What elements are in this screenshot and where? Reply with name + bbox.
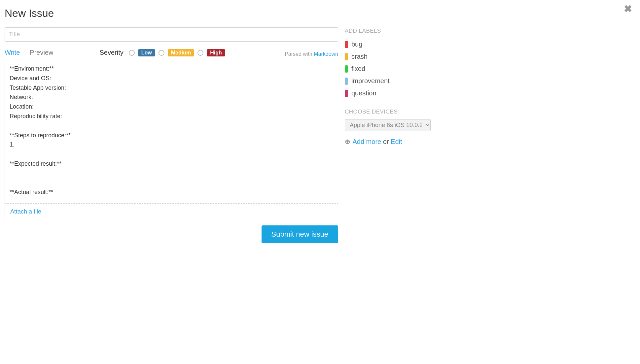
label-item-crash[interactable]: crash xyxy=(345,50,470,63)
severity-high-radio[interactable] xyxy=(197,50,203,56)
label-item-question[interactable]: question xyxy=(345,87,470,99)
severity-group: Severity Low Medium High xyxy=(99,49,225,56)
label-text: fixed xyxy=(351,65,365,73)
label-item-fixed[interactable]: fixed xyxy=(345,63,470,75)
severity-low-badge[interactable]: Low xyxy=(138,49,155,56)
add-more-link[interactable]: Add more xyxy=(352,138,381,145)
label-swatch-improvement xyxy=(345,78,348,85)
parsed-prefix: Parsed with xyxy=(285,51,314,57)
tab-preview[interactable]: Preview xyxy=(30,49,53,56)
label-swatch-crash xyxy=(345,53,348,60)
tab-write[interactable]: Write xyxy=(5,49,20,56)
markdown-link[interactable]: Markdown xyxy=(314,51,338,57)
label-text: crash xyxy=(351,53,368,60)
label-swatch-fixed xyxy=(345,65,348,73)
device-select[interactable]: Apple iPhone 6s iOS 10.0.2 xyxy=(345,119,431,131)
device-actions: ⊕ Add more or Edit xyxy=(345,138,470,146)
close-icon[interactable]: ✖ xyxy=(624,4,632,14)
label-swatch-bug xyxy=(345,41,348,48)
parsed-note: Parsed with Markdown xyxy=(285,51,338,57)
or-text: or xyxy=(381,138,391,145)
label-item-bug[interactable]: bug xyxy=(345,38,470,50)
attach-file-link[interactable]: Attach a file xyxy=(10,208,41,215)
label-list: bug crash fixed improvement question xyxy=(345,38,470,99)
plus-icon: ⊕ xyxy=(345,138,350,145)
issue-body-textarea[interactable]: **Environment:** Device and OS: Testable… xyxy=(5,60,338,202)
title-input[interactable] xyxy=(5,27,338,42)
label-swatch-question xyxy=(345,90,348,97)
label-item-improvement[interactable]: improvement xyxy=(345,75,470,87)
severity-medium-badge[interactable]: Medium xyxy=(168,49,194,56)
label-text: bug xyxy=(351,41,362,48)
submit-button[interactable]: Submit new issue xyxy=(262,225,338,243)
label-text: improvement xyxy=(351,77,390,85)
edit-link[interactable]: Edit xyxy=(391,138,402,145)
severity-low-radio[interactable] xyxy=(129,50,135,56)
devices-heading: CHOOSE DEVICES xyxy=(345,109,470,115)
severity-high-badge[interactable]: High xyxy=(207,49,225,56)
severity-medium-radio[interactable] xyxy=(159,50,164,56)
page-title: New Issue xyxy=(5,7,338,19)
label-text: question xyxy=(351,89,376,97)
labels-heading: ADD LABELS xyxy=(345,28,470,34)
severity-label: Severity xyxy=(99,49,123,56)
